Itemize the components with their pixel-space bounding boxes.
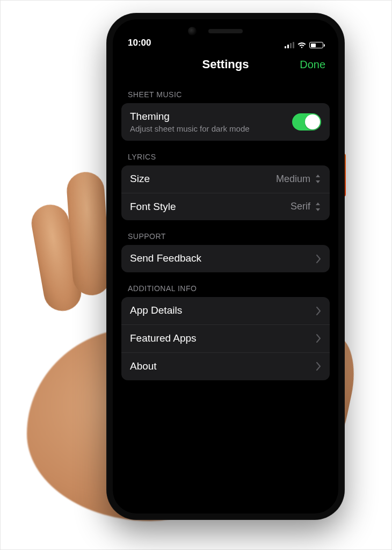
- row-send-feedback[interactable]: Send Feedback: [121, 245, 330, 272]
- row-theming-subtitle: Adjust sheet music for dark mode: [130, 124, 292, 133]
- row-lyrics-size-title: Size: [130, 173, 276, 185]
- chevron-right-icon: [316, 307, 321, 315]
- row-featured-apps-title: Featured Apps: [130, 332, 316, 345]
- settings-content: SHEET MUSIC Theming Adjust sheet music f…: [114, 78, 337, 391]
- group-support: Send Feedback: [121, 245, 330, 272]
- phone-power-button: [343, 154, 346, 197]
- battery-icon: [309, 42, 323, 48]
- chevron-right-icon: [316, 334, 321, 343]
- group-additional: App Details Featured Apps: [121, 297, 330, 380]
- page-title: Settings: [202, 57, 249, 71]
- done-button[interactable]: Done: [300, 59, 325, 71]
- phone-frame: 10:00: [107, 14, 344, 519]
- group-sheet-music: Theming Adjust sheet music for dark mode: [121, 103, 330, 141]
- status-time: 10:00: [128, 38, 151, 48]
- theming-toggle[interactable]: [292, 113, 321, 131]
- row-theming-title: Theming: [130, 111, 292, 123]
- section-header-sheet-music: SHEET MUSIC: [121, 78, 330, 103]
- row-lyrics-size-value: Medium: [276, 173, 310, 185]
- row-app-details-title: App Details: [130, 305, 316, 317]
- row-send-feedback-title: Send Feedback: [130, 252, 316, 265]
- row-about[interactable]: About: [121, 352, 330, 380]
- section-header-support: SUPPORT: [121, 220, 330, 245]
- row-about-title: About: [130, 360, 316, 373]
- row-app-details[interactable]: App Details: [121, 297, 330, 324]
- row-lyrics-size[interactable]: Size Medium: [121, 165, 330, 193]
- phone-screen: 10:00: [114, 20, 337, 512]
- phone-speaker: [208, 29, 243, 33]
- wifi-icon: [297, 42, 306, 48]
- chevron-right-icon: [316, 255, 321, 263]
- group-lyrics: Size Medium Font Style: [121, 165, 330, 221]
- phone-front-camera: [188, 27, 197, 35]
- row-theming[interactable]: Theming Adjust sheet music for dark mode: [121, 103, 330, 141]
- updown-chevron-icon: [315, 174, 321, 184]
- chevron-right-icon: [316, 362, 321, 371]
- row-lyrics-font-title: Font Style: [130, 201, 291, 213]
- section-header-lyrics: LYRICS: [121, 141, 330, 165]
- row-lyrics-font[interactable]: Font Style Serif: [121, 193, 330, 221]
- updown-chevron-icon: [315, 202, 321, 212]
- section-header-additional: ADDITIONAL INFO: [121, 272, 330, 297]
- navigation-bar: Settings Done: [114, 50, 337, 78]
- row-featured-apps[interactable]: Featured Apps: [121, 324, 330, 352]
- cellular-signal-icon: [285, 42, 294, 48]
- row-lyrics-font-value: Serif: [291, 201, 310, 212]
